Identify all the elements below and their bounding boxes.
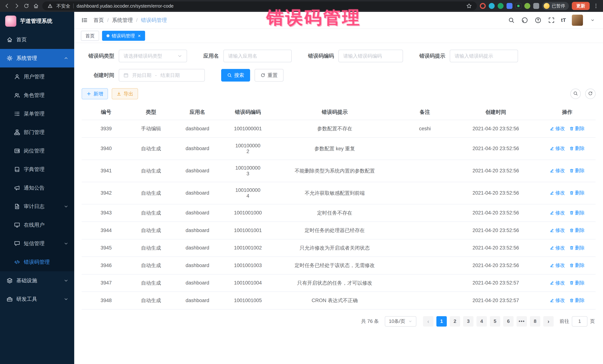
update-button[interactable]: 更新 xyxy=(572,2,590,10)
toggle-search-button[interactable] xyxy=(570,88,581,99)
extension-icon[interactable] xyxy=(515,3,521,9)
edit-button[interactable]: 修改 xyxy=(550,167,565,174)
extension-icon[interactable] xyxy=(489,3,495,9)
tab-error-code-management[interactable]: 错误码管理× xyxy=(102,31,145,41)
error-type-select[interactable]: 请选择错误码类型 xyxy=(119,50,187,62)
profile-paused-chip[interactable]: 已暂停 xyxy=(542,2,569,10)
sidebar-item-audit-log[interactable]: 审计日志 xyxy=(0,197,74,216)
sidebar-item-infrastructure[interactable]: 基础设施 xyxy=(0,271,74,290)
font-size-icon[interactable]: tT xyxy=(561,16,566,24)
breadcrumb-item[interactable]: 首页 xyxy=(93,17,104,24)
cell-remark xyxy=(397,274,453,292)
sidebar-item-label: 系统管理 xyxy=(16,55,37,62)
sidebar-item-role-management[interactable]: 角色管理 xyxy=(0,86,74,105)
edit-button[interactable]: 修改 xyxy=(550,280,565,286)
extension-icon[interactable] xyxy=(498,3,504,9)
sidebar-item-error-code-management[interactable]: 错误码管理 xyxy=(0,253,74,271)
delete-button[interactable]: 删除 xyxy=(569,297,585,304)
sidebar-item-dept-management[interactable]: 部门管理 xyxy=(0,123,74,142)
page-button-1[interactable]: 1 xyxy=(436,316,447,327)
delete-button[interactable]: 删除 xyxy=(569,190,585,196)
app-logo[interactable]: 芋道管理系统 xyxy=(0,12,74,30)
user-menu-caret-icon[interactable] xyxy=(589,16,596,24)
browser-back-icon[interactable] xyxy=(4,3,10,9)
tab-home[interactable]: 首页 xyxy=(81,31,99,41)
edit-button[interactable]: 修改 xyxy=(550,210,565,216)
error-msg-input[interactable] xyxy=(450,50,518,62)
page-size-select[interactable]: 10条/页 xyxy=(385,316,416,327)
page-button-6[interactable]: 6 xyxy=(503,316,514,327)
delete-button[interactable]: 删除 xyxy=(569,210,585,216)
delete-button[interactable]: 删除 xyxy=(569,227,585,233)
bookmark-star-icon[interactable] xyxy=(466,3,472,9)
export-button[interactable]: 导出 xyxy=(112,88,138,99)
browser-reload-icon[interactable] xyxy=(23,3,30,9)
delete-button[interactable]: 删除 xyxy=(569,125,585,132)
page-button-5[interactable]: 5 xyxy=(490,316,500,327)
cell-operations: 修改删除 xyxy=(539,120,596,138)
pagination-ellipsis[interactable]: ••• xyxy=(517,316,527,327)
edit-button[interactable]: 修改 xyxy=(550,297,565,304)
cell-id: 3948 xyxy=(82,292,131,309)
sidebar-item-home[interactable]: 首页 xyxy=(0,30,74,49)
date-separator: - xyxy=(155,72,157,78)
delete-button[interactable]: 删除 xyxy=(569,262,585,269)
delete-button[interactable]: 删除 xyxy=(569,280,585,286)
sidebar-item-notice-announcement[interactable]: 通知公告 xyxy=(0,179,74,197)
next-page-button[interactable]: › xyxy=(543,316,554,327)
goto-page-input[interactable] xyxy=(572,316,587,327)
prev-page-button[interactable]: ‹ xyxy=(423,316,433,327)
browser-home-icon[interactable] xyxy=(33,3,39,9)
refresh-table-button[interactable] xyxy=(585,88,596,99)
extension-icon[interactable] xyxy=(480,3,486,9)
page-button-8[interactable]: 8 xyxy=(530,316,540,327)
close-tab-icon[interactable]: × xyxy=(138,33,141,38)
github-icon[interactable] xyxy=(521,16,528,24)
user-avatar[interactable] xyxy=(572,15,583,26)
address-bar[interactable]: 不安全 dashboard.yudao.iocoder.cn/system/er… xyxy=(42,1,477,10)
create-time-range[interactable]: 开始日期 - 结束日期 xyxy=(119,69,205,82)
fullscreen-icon[interactable] xyxy=(548,16,555,24)
delete-button[interactable]: 删除 xyxy=(569,245,585,251)
filter-create-time: 创建时间 开始日期 - 结束日期 xyxy=(82,69,205,82)
breadcrumb-item[interactable]: 系统管理 xyxy=(112,17,133,24)
sidebar-collapse-icon[interactable] xyxy=(81,16,88,24)
page-button-4[interactable]: 4 xyxy=(476,316,487,327)
user-icon xyxy=(14,74,20,80)
app-name-input[interactable] xyxy=(223,50,292,62)
sidebar-item-user-management[interactable]: 用户管理 xyxy=(0,67,74,86)
extension-icon[interactable] xyxy=(507,3,512,9)
filter-app-name: 应用名 xyxy=(203,50,292,62)
edit-button[interactable]: 修改 xyxy=(550,125,565,132)
sidebar-menu: 首页系统管理用户管理角色管理菜单管理部门管理岗位管理字典管理通知公告审计日志在线… xyxy=(0,30,74,309)
sidebar-item-menu-management[interactable]: 菜单管理 xyxy=(0,105,74,123)
sidebar-item-system-management[interactable]: 系统管理 xyxy=(0,49,74,67)
sidebar-item-post-management[interactable]: 岗位管理 xyxy=(0,142,74,160)
sidebar-item-label: 字典管理 xyxy=(24,166,45,173)
sidebar-item-dict-management[interactable]: 字典管理 xyxy=(0,160,74,179)
delete-button[interactable]: 删除 xyxy=(569,167,585,174)
browser-menu-icon[interactable] xyxy=(593,3,599,9)
edit-button[interactable]: 修改 xyxy=(550,190,565,196)
page-button-3[interactable]: 3 xyxy=(463,316,474,327)
extension-icon[interactable] xyxy=(524,3,530,9)
sidebar-item-dev-tools[interactable]: 研发工具 xyxy=(0,290,74,309)
search-icon[interactable] xyxy=(508,16,515,24)
edit-button[interactable]: 修改 xyxy=(550,227,565,233)
error-code-input[interactable] xyxy=(338,50,403,62)
help-icon[interactable] xyxy=(534,16,542,24)
chevron-down-icon xyxy=(64,278,68,283)
add-button[interactable]: 新增 xyxy=(82,88,108,99)
sidebar-item-sms-management[interactable]: 短信管理 xyxy=(0,234,74,253)
sidebar-item-online-users[interactable]: 在线用户 xyxy=(0,216,74,234)
search-button[interactable]: 搜索 xyxy=(221,69,250,82)
goto-page: 前往页 xyxy=(560,316,595,327)
edit-button[interactable]: 修改 xyxy=(550,262,565,269)
page-button-2[interactable]: 2 xyxy=(450,316,460,327)
reset-button[interactable]: 重置 xyxy=(255,69,283,82)
browser-forward-icon[interactable] xyxy=(13,3,20,9)
extensions-puzzle-icon[interactable] xyxy=(533,3,539,9)
edit-button[interactable]: 修改 xyxy=(550,245,565,251)
delete-button[interactable]: 删除 xyxy=(569,145,585,152)
edit-button[interactable]: 修改 xyxy=(550,145,565,152)
